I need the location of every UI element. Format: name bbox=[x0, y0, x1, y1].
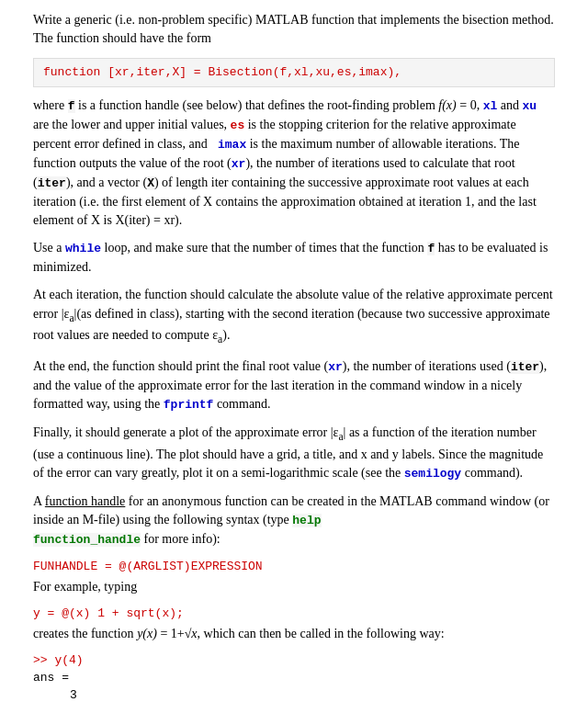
while-text: Use a while loop, and make sure that the… bbox=[33, 239, 555, 277]
plot-text: Finally, it should generate a plot of th… bbox=[33, 424, 555, 483]
function-signature: [xr,iter,X] = Bisection(f,xl,xu,es,imax)… bbox=[100, 65, 401, 79]
semilogy-ref: semilogy bbox=[404, 467, 461, 481]
function-handle-section: A function handle for an anonymous funct… bbox=[33, 493, 555, 702]
param-xl: xl bbox=[483, 99, 498, 113]
print-iter: iter bbox=[511, 360, 539, 374]
print-section: At the end, the function should print th… bbox=[33, 357, 555, 414]
for-example-text: For example, typing bbox=[33, 578, 555, 596]
math-fx-parens: (x) bbox=[442, 98, 457, 112]
function-signature-block: function [xr,iter,X] = Bisection(f,xl,xu… bbox=[33, 58, 555, 88]
param-xu: xu bbox=[522, 99, 537, 113]
example-code-line: y = @(x) 1 + sqrt(x); bbox=[33, 606, 555, 623]
intro-section: Write a generic (i.e. non-problem specif… bbox=[33, 11, 555, 49]
while-keyword: while bbox=[65, 242, 101, 255]
output-iter: iter bbox=[38, 176, 66, 190]
page-content: Write a generic (i.e. non-problem specif… bbox=[33, 11, 555, 702]
creates-text: creates the function y(x) = 1+√x, which … bbox=[33, 625, 555, 643]
funhandle-code-block: FUNHANDLE = @(ARGLIST)EXPRESSION bbox=[33, 559, 555, 576]
function-handle-intro: A function handle for an anonymous funct… bbox=[33, 493, 555, 549]
function-keyword: function bbox=[43, 65, 100, 79]
param-es: es bbox=[231, 119, 245, 132]
while-section: Use a while loop, and make sure that the… bbox=[33, 239, 555, 277]
function-handle-help: function_handle bbox=[33, 533, 141, 547]
intro-text: Write a generic (i.e. non-problem specif… bbox=[33, 11, 555, 49]
prompt-block: >> y(4) ans = 3 bbox=[33, 652, 555, 702]
help-keyword: help bbox=[292, 514, 321, 527]
print-xr: xr bbox=[328, 360, 343, 374]
error-section: At each iteration, the function should c… bbox=[33, 286, 555, 348]
prompt-line: >> y(4) bbox=[33, 652, 555, 670]
output-xr: xr bbox=[232, 157, 246, 171]
math-yx: y(x) bbox=[137, 627, 157, 640]
fprintf-ref: fprintf bbox=[164, 398, 214, 412]
output-X: X bbox=[147, 176, 154, 190]
func-f-ref: f bbox=[427, 242, 435, 255]
ans-value: 3 bbox=[33, 687, 555, 702]
function-handle-link: function handle bbox=[45, 494, 125, 508]
funhandle-line: FUNHANDLE = @(ARGLIST)EXPRESSION bbox=[33, 559, 555, 576]
error-text: At each iteration, the function should c… bbox=[33, 286, 555, 348]
plot-section: Finally, it should generate a plot of th… bbox=[33, 424, 555, 483]
ans-label: ans = bbox=[33, 670, 555, 687]
param-text: where f is a function handle (see below)… bbox=[33, 96, 555, 230]
param-f: f bbox=[68, 99, 75, 113]
sqrt-x: √x bbox=[185, 627, 198, 640]
print-text: At the end, the function should print th… bbox=[33, 357, 555, 414]
example-code-block: y = @(x) 1 + sqrt(x); bbox=[33, 606, 555, 623]
param-description: where f is a function handle (see below)… bbox=[33, 96, 555, 230]
param-imax: imax bbox=[210, 138, 246, 152]
